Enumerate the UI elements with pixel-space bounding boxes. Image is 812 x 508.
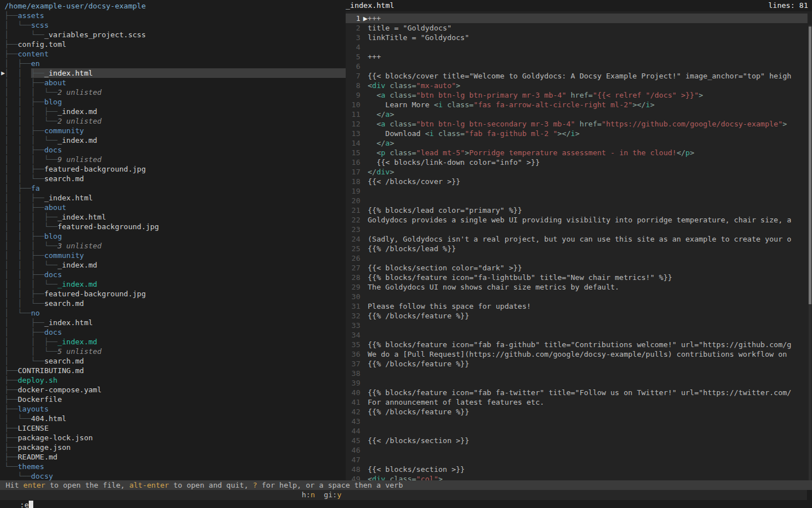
tree-unlisted-count: │ │ └──5 unlisted [0,347,346,356]
code-line: 12 <a class="btn btn-lg btn-secondary mr… [346,119,807,129]
tree-row[interactable]: │ │ │ └──_index.md [0,260,346,270]
tree-row[interactable]: ▶│ │ ├──_index.html [0,68,346,78]
line-number: 1 [346,14,360,23]
tree-row[interactable]: │ │ │ └──_index.md [0,135,346,145]
code-line: 17</div> [346,167,807,177]
tree-row[interactable]: ├──deploy.sh [0,375,346,385]
line-number: 27 [346,263,360,273]
code-line: 44 [346,426,807,436]
line-number: 19 [346,186,360,196]
tree-row[interactable]: │ └──404.html [0,414,346,423]
tree-row[interactable]: │ │ ├──blog [0,231,346,241]
tree-row[interactable]: │ │ ├──about [0,78,346,87]
tree-row[interactable]: │ │ └──search.md [0,299,346,308]
tree-row[interactable]: │ │ ├──docs [0,270,346,279]
scrollbar-thumb[interactable] [809,27,811,304]
tree-row[interactable]: │ │ │ └──_index.md [0,279,346,289]
tree-row[interactable]: ├──CONTRIBUTING.md [0,366,346,375]
line-number: 38 [346,369,360,378]
tree-unlisted-count: │ │ │ └──2 unlisted [0,116,346,126]
line-number: 6 [346,62,360,71]
code-line: 31Please follow this space for updates! [346,301,807,311]
preview-scrollbar[interactable] [809,25,811,480]
line-number: 44 [346,426,360,436]
code-line: 47 [346,455,807,465]
code-line: 7{{< blocks/cover title="Welcome to Gold… [346,71,807,81]
tree-row[interactable]: ├──config.toml [0,40,346,49]
tree-row[interactable]: └──themes [0,462,346,471]
code-line: 36We do a [Pull Request](https://github.… [346,349,807,359]
line-number: 45 [346,436,360,445]
tree-row[interactable]: │ └──_variables_project.scss [0,30,346,40]
code-line: 25{{% /blocks/lead %}} [346,244,807,253]
line-number: 17 [346,167,360,177]
tree-row[interactable]: │ │ │ ├──_index.md [0,107,346,116]
tree-row[interactable]: │ │ ├──featured-background.jpg [0,164,346,174]
line-number: 39 [346,378,360,388]
line-number: 10 [346,100,360,110]
tree-row[interactable]: │ │ ├──_index.md [0,337,346,347]
tree-row[interactable]: │ │ ├──blog [0,97,346,107]
tree-row[interactable]: │ │ ├──docs [0,145,346,155]
tree-row[interactable]: ├──assets [0,11,346,20]
tree-root-path[interactable]: /home/example-user/docsy-example [0,1,346,11]
tree-row[interactable]: ├──LICENSE [0,423,346,433]
line-number: 14 [346,138,360,148]
status-hint-bar: Hit enter to open the file, alt-enter to… [0,480,812,490]
tree-row[interactable]: │ │ │ └──featured-background.jpg [0,222,346,231]
code-line: 18{{< /blocks/cover >}} [346,177,807,186]
tree-row[interactable]: └──docsy [0,471,346,480]
tree-row[interactable]: │ ├──_index.html [0,318,346,327]
tree-row[interactable]: ├──package.json [0,443,346,452]
code-line: 29The Goldydocs UI now shows chair size … [346,282,807,292]
code-line: 39 [346,378,807,388]
preview-line-count: lines: 81 [769,0,808,11]
code-line: 8<div class="mx-auto"> [346,81,807,90]
preview-header: _index.html lines: 81 [346,0,812,11]
tree-row[interactable]: │ │ ├──featured-background.jpg [0,289,346,299]
tree-row[interactable]: │ │ ├──community [0,126,346,135]
line-number: 46 [346,445,360,455]
tree-row[interactable]: ├──Dockerfile [0,395,346,404]
code-line: 1▶+++ [346,14,807,23]
tree-row[interactable]: ├──package-lock.json [0,433,346,443]
tree-row[interactable]: │ │ ├──community [0,251,346,260]
code-line: 27{{< blocks/section color="dark" >}} [346,263,807,273]
line-number: 5 [346,52,360,62]
line-number: 32 [346,311,360,321]
tree-unlisted-count: │ │ │ └──2 unlisted [0,87,346,97]
tree-row[interactable]: │ ├──docs [0,327,346,337]
line-number: 40 [346,388,360,397]
code-line: 11 </a> [346,110,807,119]
line-number: 22 [346,215,360,225]
line-number: 49 [346,474,360,480]
code-line: 48{{< blocks/section >}} [346,465,807,474]
preview-body: 1▶+++2title = "Goldydocs"3linkTitle = "G… [346,11,812,480]
tree-row[interactable]: │ │ └──search.md [0,174,346,183]
code-line: 14 </a> [346,138,807,148]
tree-row[interactable]: ├──layouts [0,404,346,414]
command-input[interactable]: :e [20,501,29,508]
code-line: 28{{% blocks/feature icon="fa-lightbulb"… [346,273,807,282]
code-line: 43 [346,417,807,426]
command-input-row: :e h:n gi:y [0,490,807,500]
code-line: 23 [346,225,807,234]
tree-row[interactable]: │ └──scss [0,20,346,30]
tree-row[interactable]: ├──docker-compose.yaml [0,385,346,395]
line-number: 25 [346,244,360,253]
code-line: 26 [346,253,807,263]
code-line: 20 [346,196,807,205]
tree-row[interactable]: │ │ │ ├──_index.html [0,212,346,222]
tree-row[interactable]: │ │ ├──about [0,203,346,212]
code-line: 33 [346,321,807,330]
line-number: 41 [346,397,360,407]
tree-row[interactable]: │ └──search.md [0,356,346,366]
code-line: 32{{% /blocks/feature %}} [346,311,807,321]
tree-row[interactable]: │ ├──en [0,59,346,68]
tree-row[interactable]: │ └──no [0,308,346,318]
tree-row[interactable]: │ ├──fa [0,183,346,193]
tree-row[interactable]: ├──README.md [0,452,346,462]
tree-row[interactable]: │ │ ├──_index.html [0,193,346,203]
tree-row[interactable]: ├──content [0,49,346,59]
line-number: 7 [346,71,360,81]
